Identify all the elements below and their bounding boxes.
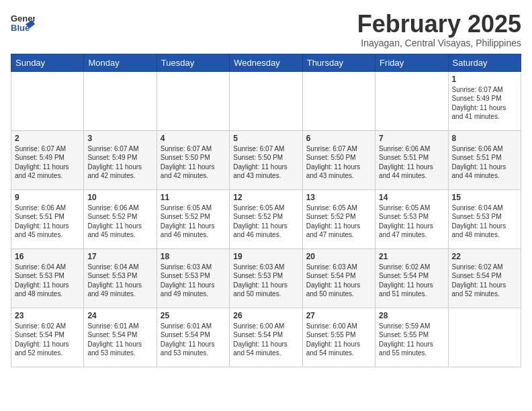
- day-info: Sunrise: 6:07 AM Sunset: 5:50 PM Dayligh…: [161, 144, 226, 181]
- calendar-day-header: Sunday: [11, 54, 84, 71]
- day-info: Sunrise: 6:06 AM Sunset: 5:51 PM Dayligh…: [379, 144, 444, 181]
- calendar-cell: 13Sunrise: 6:05 AM Sunset: 5:52 PM Dayli…: [302, 189, 375, 248]
- day-number: 17: [87, 252, 152, 261]
- day-number: 16: [15, 252, 80, 261]
- day-number: 21: [379, 252, 444, 261]
- day-number: 26: [233, 311, 298, 320]
- day-info: Sunrise: 6:02 AM Sunset: 5:54 PM Dayligh…: [379, 263, 444, 299]
- calendar-cell: 28Sunrise: 5:59 AM Sunset: 5:55 PM Dayli…: [375, 308, 448, 367]
- day-number: 22: [452, 252, 517, 261]
- calendar-day-header: Wednesday: [230, 54, 302, 71]
- calendar-day-header: Saturday: [448, 54, 521, 71]
- day-info: Sunrise: 6:07 AM Sunset: 5:50 PM Dayligh…: [306, 144, 371, 181]
- calendar-cell: 18Sunrise: 6:03 AM Sunset: 5:53 PM Dayli…: [157, 248, 229, 308]
- day-info: Sunrise: 6:03 AM Sunset: 5:54 PM Dayligh…: [306, 263, 371, 299]
- calendar-day-header: Thursday: [302, 54, 375, 71]
- day-number: 15: [452, 193, 517, 202]
- day-info: Sunrise: 6:07 AM Sunset: 5:49 PM Dayligh…: [452, 85, 517, 122]
- day-number: 14: [379, 193, 444, 202]
- day-info: Sunrise: 6:02 AM Sunset: 5:54 PM Dayligh…: [15, 322, 80, 358]
- calendar-cell: 12Sunrise: 6:05 AM Sunset: 5:52 PM Dayli…: [230, 189, 302, 248]
- day-number: 5: [233, 134, 298, 143]
- title-area: February 2025 Inayagan, Central Visayas,…: [357, 11, 521, 48]
- day-number: 25: [161, 311, 226, 320]
- calendar-cell: [157, 71, 229, 130]
- day-info: Sunrise: 6:07 AM Sunset: 5:50 PM Dayligh…: [233, 144, 298, 181]
- calendar-cell: 4Sunrise: 6:07 AM Sunset: 5:50 PM Daylig…: [157, 130, 229, 189]
- day-number: 18: [161, 252, 226, 261]
- calendar-week-row: 16Sunrise: 6:04 AM Sunset: 5:53 PM Dayli…: [11, 248, 521, 308]
- day-info: Sunrise: 6:04 AM Sunset: 5:53 PM Dayligh…: [15, 263, 80, 299]
- calendar-cell: [230, 71, 302, 130]
- calendar-cell: 15Sunrise: 6:04 AM Sunset: 5:53 PM Dayli…: [448, 189, 521, 248]
- day-number: 24: [87, 311, 152, 320]
- svg-text:Blue: Blue: [11, 23, 30, 33]
- calendar-cell: 8Sunrise: 6:06 AM Sunset: 5:51 PM Daylig…: [448, 130, 521, 189]
- day-info: Sunrise: 6:01 AM Sunset: 5:54 PM Dayligh…: [161, 322, 226, 358]
- day-info: Sunrise: 6:05 AM Sunset: 5:52 PM Dayligh…: [306, 203, 371, 240]
- day-number: 1: [452, 75, 517, 84]
- location: Inayagan, Central Visayas, Philippines: [357, 38, 521, 48]
- calendar-cell: 14Sunrise: 6:05 AM Sunset: 5:53 PM Dayli…: [375, 189, 448, 248]
- calendar-cell: 1Sunrise: 6:07 AM Sunset: 5:49 PM Daylig…: [448, 71, 521, 130]
- day-info: Sunrise: 6:05 AM Sunset: 5:52 PM Dayligh…: [161, 203, 226, 240]
- calendar-cell: 19Sunrise: 6:03 AM Sunset: 5:53 PM Dayli…: [230, 248, 302, 308]
- calendar-cell: 3Sunrise: 6:07 AM Sunset: 5:49 PM Daylig…: [84, 130, 157, 189]
- day-number: 10: [87, 193, 152, 202]
- day-number: 20: [306, 252, 371, 261]
- day-number: 8: [452, 134, 517, 143]
- calendar-cell: [84, 71, 157, 130]
- day-info: Sunrise: 6:06 AM Sunset: 5:51 PM Dayligh…: [15, 203, 80, 240]
- day-info: Sunrise: 5:59 AM Sunset: 5:55 PM Dayligh…: [379, 322, 444, 358]
- calendar-cell: 20Sunrise: 6:03 AM Sunset: 5:54 PM Dayli…: [302, 248, 375, 308]
- calendar-week-row: 9Sunrise: 6:06 AM Sunset: 5:51 PM Daylig…: [11, 189, 521, 248]
- day-info: Sunrise: 6:02 AM Sunset: 5:54 PM Dayligh…: [452, 263, 517, 299]
- day-info: Sunrise: 6:07 AM Sunset: 5:49 PM Dayligh…: [15, 144, 80, 181]
- calendar-cell: [302, 71, 375, 130]
- day-number: 4: [161, 134, 226, 143]
- day-info: Sunrise: 6:03 AM Sunset: 5:53 PM Dayligh…: [233, 263, 298, 299]
- day-number: 7: [379, 134, 444, 143]
- calendar-cell: 9Sunrise: 6:06 AM Sunset: 5:51 PM Daylig…: [11, 189, 84, 248]
- calendar-cell: 17Sunrise: 6:04 AM Sunset: 5:53 PM Dayli…: [84, 248, 157, 308]
- calendar-cell: 24Sunrise: 6:01 AM Sunset: 5:54 PM Dayli…: [84, 308, 157, 367]
- calendar-cell: 21Sunrise: 6:02 AM Sunset: 5:54 PM Dayli…: [375, 248, 448, 308]
- calendar-cell: 27Sunrise: 6:00 AM Sunset: 5:55 PM Dayli…: [302, 308, 375, 367]
- calendar-cell: [11, 71, 84, 130]
- day-info: Sunrise: 6:00 AM Sunset: 5:55 PM Dayligh…: [306, 322, 371, 358]
- calendar-cell: 10Sunrise: 6:06 AM Sunset: 5:52 PM Dayli…: [84, 189, 157, 248]
- day-info: Sunrise: 6:05 AM Sunset: 5:53 PM Dayligh…: [379, 203, 444, 240]
- month-title: February 2025: [357, 11, 521, 38]
- calendar-week-row: 23Sunrise: 6:02 AM Sunset: 5:54 PM Dayli…: [11, 308, 521, 367]
- day-number: 9: [15, 193, 80, 202]
- day-number: 23: [15, 311, 80, 320]
- logo-icon: General Blue: [11, 11, 35, 38]
- calendar-week-row: 1Sunrise: 6:07 AM Sunset: 5:49 PM Daylig…: [11, 71, 521, 130]
- calendar-cell: 22Sunrise: 6:02 AM Sunset: 5:54 PM Dayli…: [448, 248, 521, 308]
- calendar-cell: 7Sunrise: 6:06 AM Sunset: 5:51 PM Daylig…: [375, 130, 448, 189]
- calendar-cell: 26Sunrise: 6:00 AM Sunset: 5:54 PM Dayli…: [230, 308, 302, 367]
- calendar-cell: 6Sunrise: 6:07 AM Sunset: 5:50 PM Daylig…: [302, 130, 375, 189]
- day-info: Sunrise: 6:06 AM Sunset: 5:51 PM Dayligh…: [452, 144, 517, 181]
- day-number: 3: [87, 134, 152, 143]
- day-info: Sunrise: 6:01 AM Sunset: 5:54 PM Dayligh…: [87, 322, 152, 358]
- calendar-cell: 5Sunrise: 6:07 AM Sunset: 5:50 PM Daylig…: [230, 130, 302, 189]
- day-number: 12: [233, 193, 298, 202]
- day-number: 19: [233, 252, 298, 261]
- calendar-day-header: Friday: [375, 54, 448, 71]
- calendar-cell: 23Sunrise: 6:02 AM Sunset: 5:54 PM Dayli…: [11, 308, 84, 367]
- calendar-day-header: Tuesday: [157, 54, 229, 71]
- day-number: 27: [306, 311, 371, 320]
- page-header: General Blue February 2025 Inayagan, Cen…: [11, 11, 521, 48]
- day-number: 13: [306, 193, 371, 202]
- calendar-day-header: Monday: [84, 54, 157, 71]
- day-number: 28: [379, 311, 444, 320]
- day-info: Sunrise: 6:05 AM Sunset: 5:52 PM Dayligh…: [233, 203, 298, 240]
- day-info: Sunrise: 6:04 AM Sunset: 5:53 PM Dayligh…: [87, 263, 152, 299]
- day-info: Sunrise: 6:07 AM Sunset: 5:49 PM Dayligh…: [87, 144, 152, 181]
- calendar-table: SundayMondayTuesdayWednesdayThursdayFrid…: [11, 54, 521, 367]
- day-info: Sunrise: 6:06 AM Sunset: 5:52 PM Dayligh…: [87, 203, 152, 240]
- logo: General Blue: [11, 11, 35, 38]
- day-number: 6: [306, 134, 371, 143]
- calendar-week-row: 2Sunrise: 6:07 AM Sunset: 5:49 PM Daylig…: [11, 130, 521, 189]
